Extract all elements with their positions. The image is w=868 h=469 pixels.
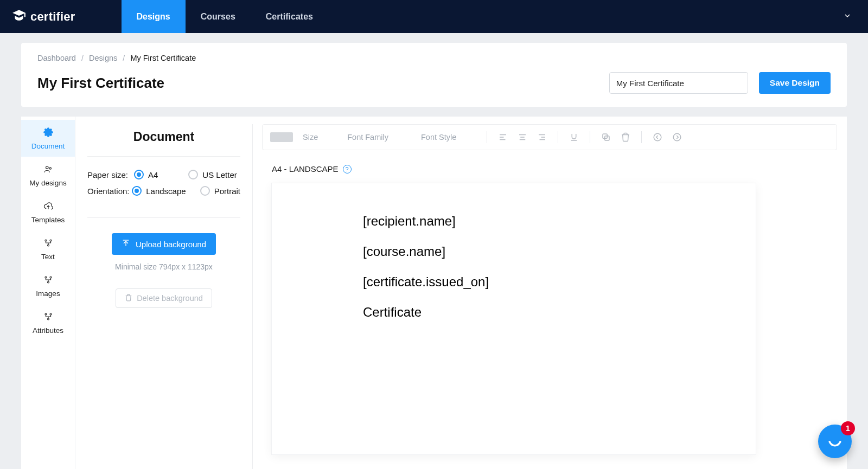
- sidebar-item-label: Templates: [31, 216, 65, 224]
- delete-background-button[interactable]: Delete background: [116, 288, 212, 308]
- breadcrumb-separator: /: [81, 54, 84, 62]
- gear-icon: [43, 127, 53, 139]
- graduation-cap-icon: [12, 8, 26, 25]
- nav-tab-certificates[interactable]: Certificates: [251, 0, 328, 33]
- align-left-icon[interactable]: [498, 132, 508, 142]
- user-pair-icon: [43, 164, 53, 176]
- align-right-icon[interactable]: [537, 132, 547, 142]
- notification-badge: 1: [841, 421, 855, 435]
- svg-point-3: [45, 240, 47, 241]
- breadcrumb-item[interactable]: Dashboard: [37, 54, 76, 62]
- trash-icon[interactable]: [621, 132, 630, 142]
- design-name-input[interactable]: [609, 72, 748, 94]
- svg-point-1: [46, 166, 48, 169]
- svg-point-9: [45, 313, 47, 315]
- canvas-label-text: A4 - LANDSCAPE: [272, 164, 339, 174]
- button-label: Delete background: [137, 294, 203, 303]
- nav-tabs: Designs Courses Certificates: [122, 0, 328, 33]
- page-title: My First Certificate: [37, 75, 164, 92]
- svg-point-26: [674, 133, 681, 141]
- panel-title: Document: [87, 117, 240, 157]
- canvas-text-line[interactable]: Certificate: [363, 305, 756, 320]
- canvas-text-line[interactable]: [course.name]: [363, 244, 756, 259]
- sidebar-item-document[interactable]: Document: [21, 120, 75, 157]
- upload-icon: [122, 239, 130, 249]
- radio-dot-icon: [188, 170, 198, 179]
- sidebar-item-text[interactable]: Text: [21, 230, 75, 267]
- upload-background-button[interactable]: Upload background: [112, 233, 216, 255]
- svg-point-8: [47, 281, 49, 283]
- sidebar-item-label: Images: [36, 290, 60, 298]
- top-nav: certifier Designs Courses Certificates: [0, 0, 868, 33]
- radio-label: A4: [148, 170, 158, 179]
- certificate-canvas[interactable]: [recipient.name] [course.name] [certific…: [272, 183, 756, 454]
- divider: [252, 124, 253, 469]
- svg-point-6: [45, 277, 47, 278]
- canvas-label: A4 - LANDSCAPE ?: [272, 164, 847, 174]
- formatting-toolbar: Size Font Family Font Style: [262, 124, 837, 150]
- breadcrumb-item[interactable]: Designs: [89, 54, 117, 62]
- canvas-text-line[interactable]: [certificate.issued_on]: [363, 274, 756, 290]
- chevron-down-icon: [843, 11, 852, 22]
- radio-label: US Letter: [202, 170, 237, 179]
- editor-sidebar: Document My designs Templates Text Image…: [21, 117, 75, 469]
- align-center-icon[interactable]: [518, 132, 527, 142]
- canvas-area: Size Font Family Font Style A4 - LANDSCA…: [252, 117, 847, 469]
- cloud-upload-icon: [43, 201, 53, 213]
- sidebar-item-images[interactable]: Images: [21, 267, 75, 304]
- paper-size-label: Paper size:: [87, 170, 134, 179]
- radio-dot-icon: [132, 186, 142, 196]
- nodes-icon: [43, 238, 53, 249]
- divider: [487, 131, 487, 143]
- trash-icon: [125, 294, 132, 303]
- account-menu[interactable]: [843, 11, 852, 22]
- page-header: Dashboard / Designs / My First Certifica…: [21, 43, 847, 107]
- nodes-icon: [43, 275, 53, 286]
- canvas-text-line[interactable]: [recipient.name]: [363, 214, 756, 229]
- font-style-label[interactable]: Font Style: [421, 133, 456, 142]
- svg-point-5: [47, 245, 49, 246]
- undo-icon[interactable]: [653, 132, 662, 142]
- underline-icon[interactable]: [569, 132, 579, 142]
- radio-label: Portrait: [214, 187, 240, 196]
- sidebar-item-label: My designs: [29, 179, 66, 187]
- smile-icon: [826, 431, 844, 452]
- sidebar-item-my-designs[interactable]: My designs: [21, 157, 75, 194]
- redo-icon[interactable]: [672, 132, 682, 142]
- font-family-label[interactable]: Font Family: [347, 133, 388, 142]
- radio-dot-icon: [200, 186, 210, 196]
- breadcrumb: Dashboard / Designs / My First Certifica…: [37, 54, 831, 62]
- sidebar-item-label: Document: [31, 142, 65, 150]
- radio-dot-icon: [134, 170, 144, 179]
- radio-paper-a4[interactable]: A4: [134, 170, 158, 179]
- nav-tab-label: Certificates: [266, 12, 313, 22]
- color-swatch[interactable]: [270, 132, 293, 142]
- nav-tab-label: Courses: [201, 12, 235, 22]
- divider: [558, 131, 558, 143]
- breadcrumb-current: My First Certificate: [130, 54, 196, 62]
- radio-paper-us-letter[interactable]: US Letter: [188, 170, 237, 179]
- nav-tab-courses[interactable]: Courses: [186, 0, 251, 33]
- help-icon[interactable]: ?: [343, 165, 352, 174]
- radio-orientation-landscape[interactable]: Landscape: [132, 186, 186, 196]
- save-design-button[interactable]: Save Design: [759, 72, 831, 94]
- sidebar-item-templates[interactable]: Templates: [21, 194, 75, 230]
- svg-point-7: [50, 277, 52, 278]
- sidebar-item-label: Attributes: [33, 326, 63, 335]
- size-label[interactable]: Size: [303, 133, 318, 142]
- sidebar-item-label: Text: [41, 253, 55, 261]
- radio-orientation-portrait[interactable]: Portrait: [200, 186, 240, 196]
- svg-point-2: [49, 168, 51, 169]
- chat-widget[interactable]: 1: [818, 425, 852, 458]
- copy-icon[interactable]: [601, 132, 611, 142]
- upload-hint: Minimal size 794px x 1123px: [115, 262, 213, 271]
- svg-point-4: [50, 240, 52, 241]
- orientation-label: Orientation:: [87, 187, 132, 196]
- divider: [641, 131, 642, 143]
- nav-tab-designs[interactable]: Designs: [122, 0, 186, 33]
- svg-point-25: [654, 133, 662, 141]
- editor: Document My designs Templates Text Image…: [21, 117, 847, 469]
- settings-panel: Document Paper size: A4 US Letter Orient…: [75, 117, 252, 469]
- sidebar-item-attributes[interactable]: Attributes: [21, 304, 75, 341]
- button-label: Upload background: [136, 240, 206, 249]
